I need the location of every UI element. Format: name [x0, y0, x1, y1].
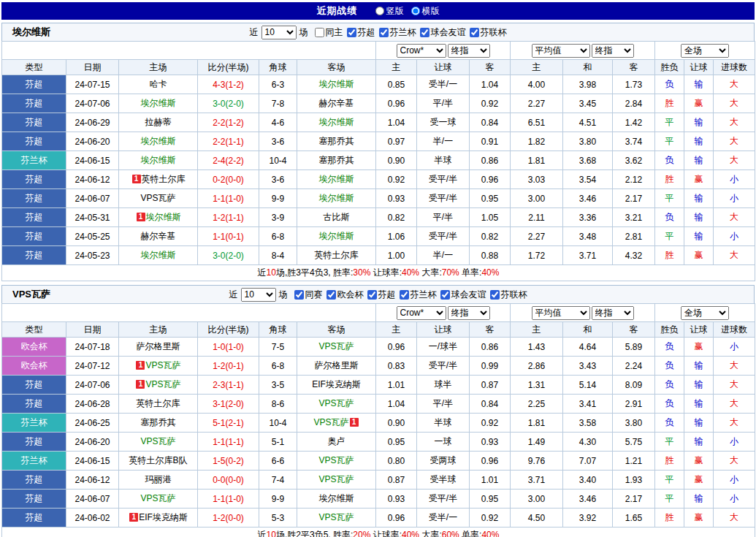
match-count-select[interactable]: 10: [241, 288, 276, 302]
book-home-odds-cell: 0.82: [376, 208, 417, 227]
filter-option[interactable]: 同赛: [294, 289, 323, 301]
bookmaker-stage-select[interactable]: 终指: [448, 44, 490, 58]
outcome-result-cell: 负: [655, 338, 684, 357]
goals-result-cell: 大: [714, 94, 755, 113]
team-name: 英特土尔库: [315, 250, 359, 260]
league-cell: 芬超: [2, 509, 66, 528]
filter-checkbox[interactable]: [327, 290, 336, 300]
goals-result-cell: 大: [714, 376, 755, 395]
column-header: 让球: [684, 60, 714, 75]
filter-option-label: 欧会杯: [337, 289, 364, 301]
handicap-result-cell: 赢: [684, 471, 714, 490]
filter-option[interactable]: 芬超: [347, 26, 375, 39]
red-card-badge: 1: [350, 418, 359, 427]
date-cell: 24-06-12: [66, 170, 119, 189]
filter-option[interactable]: 芬联杯: [490, 289, 527, 301]
avg-home-odds-cell: 1.81: [511, 414, 563, 433]
vertical-layout-option[interactable]: 竖版: [375, 5, 404, 18]
filter-checkbox[interactable]: [315, 28, 324, 37]
away-team-cell: 埃尔维斯: [297, 170, 376, 189]
filter-checkbox[interactable]: [347, 28, 356, 37]
team-name: VPS瓦萨: [318, 341, 354, 351]
average-select[interactable]: 平均值: [532, 44, 590, 58]
filter-checkbox[interactable]: [400, 290, 409, 300]
filter-checkbox[interactable]: [294, 290, 304, 300]
filter-checkbox[interactable]: [379, 28, 389, 37]
filter-option[interactable]: 芬兰杯: [400, 289, 437, 301]
column-header: 主: [376, 60, 417, 75]
away-team-cell: 塞那乔其: [297, 132, 376, 151]
outcome-result-cell: 平: [655, 132, 684, 151]
filter-checkbox[interactable]: [440, 290, 450, 300]
book-away-odds-cell: 0.95: [470, 189, 511, 208]
summary-segment: 近: [258, 530, 267, 537]
goals-result-cell: 小: [714, 338, 755, 357]
book-home-odds-cell: 0.83: [376, 357, 417, 376]
team-name: 古比斯: [324, 212, 350, 222]
date-cell: 24-07-06: [66, 94, 119, 113]
avg-home-odds-cell: 1.49: [511, 433, 563, 452]
team-name: 玛丽港: [145, 474, 172, 484]
score-cell: 3-1(2-0): [198, 395, 259, 414]
score-cell: 0-0(0-0): [198, 471, 259, 490]
column-header: 主: [511, 60, 563, 75]
book-handicap-cell: 平/半: [417, 395, 470, 414]
column-header: 和: [563, 322, 613, 338]
team-name: 埃尔维斯: [141, 250, 176, 260]
filter-option[interactable]: 芬联杯: [470, 26, 507, 39]
scope-select[interactable]: 全场: [681, 44, 729, 58]
average-stage-select[interactable]: 终指: [592, 44, 634, 58]
score-cell: 1-1(1-1): [198, 433, 259, 452]
filter-checkbox[interactable]: [420, 28, 429, 37]
average-odds-header: 平均值 终指: [511, 42, 655, 60]
average-stage-select[interactable]: 终指: [592, 306, 634, 320]
bookmaker-select[interactable]: Crow*: [397, 306, 446, 320]
bookmaker-select[interactable]: Crow*: [397, 44, 446, 58]
average-select[interactable]: 平均值: [532, 306, 590, 320]
book-away-odds-cell: 0.96: [470, 452, 511, 471]
filter-checkbox[interactable]: [470, 28, 479, 37]
filter-option[interactable]: 芬超: [367, 289, 396, 301]
corners-cell: 7-4: [259, 471, 297, 490]
filter-option[interactable]: 欧会杯: [327, 289, 364, 301]
corners-cell: 6-3: [259, 75, 297, 94]
book-home-odds-cell: 1.00: [376, 246, 417, 265]
filter-option[interactable]: 球会友谊: [420, 26, 466, 39]
horizontal-layout-option[interactable]: 横版: [411, 5, 440, 18]
date-cell: 24-07-12: [66, 357, 119, 376]
filter-option[interactable]: 球会友谊: [440, 289, 486, 301]
corners-cell: 3-5: [259, 376, 297, 395]
filter-checkbox[interactable]: [490, 290, 500, 300]
vertical-layout-radio[interactable]: [375, 7, 384, 15]
score-cell: 2-2(1-1): [198, 132, 259, 151]
home-team-cell: 1埃尔维斯: [119, 208, 198, 227]
book-handicap-cell: 受平/半: [417, 227, 470, 246]
match-count-select[interactable]: 10: [261, 26, 297, 39]
column-header: 客: [470, 322, 511, 338]
avg-draw-odds-cell: 3.48: [563, 227, 613, 246]
team-name: EIF埃克纳斯: [139, 512, 188, 522]
scope-select[interactable]: 全场: [681, 306, 729, 320]
goals-result-cell: 小: [714, 471, 755, 490]
away-team-cell: 埃尔维斯: [297, 227, 376, 246]
match-row: 芬超24-06-021EIF埃克纳斯1-2(0-0)5-3VPS瓦萨0.96受半…: [2, 509, 755, 528]
goals-result-cell: 大: [714, 151, 755, 170]
outcome-result-cell: 负: [655, 151, 684, 170]
filter-option[interactable]: 同主: [315, 26, 343, 39]
bookmaker-stage-select[interactable]: 终指: [448, 306, 490, 320]
team-name: 埃尔维斯: [319, 493, 354, 503]
outcome-result-cell: 平: [655, 433, 684, 452]
home-team-cell: 哈卡: [119, 75, 198, 94]
book-handicap-cell: 受半/一: [417, 75, 470, 94]
book-home-odds-cell: 0.97: [376, 132, 417, 151]
scope-header: 全场: [655, 42, 755, 60]
results-body: 欧会杯24-07-18萨尔格里斯1-0(1-0)7-5VPS瓦萨0.96一/球半…: [2, 338, 755, 528]
book-handicap-cell: 受半球: [417, 471, 470, 490]
filter-checkbox[interactable]: [367, 290, 377, 300]
filter-option[interactable]: 芬兰杯: [379, 26, 416, 39]
horizontal-layout-radio[interactable]: [411, 7, 420, 15]
match-row: 芬兰杯24-06-25塞那乔其5-1(2-1)10-4VPS瓦萨10.90半球0…: [2, 414, 755, 433]
avg-draw-odds-cell: 3.68: [563, 151, 613, 170]
avg-away-odds-cell: 2.91: [613, 395, 655, 414]
team-name: 萨尔格里斯: [315, 360, 359, 370]
